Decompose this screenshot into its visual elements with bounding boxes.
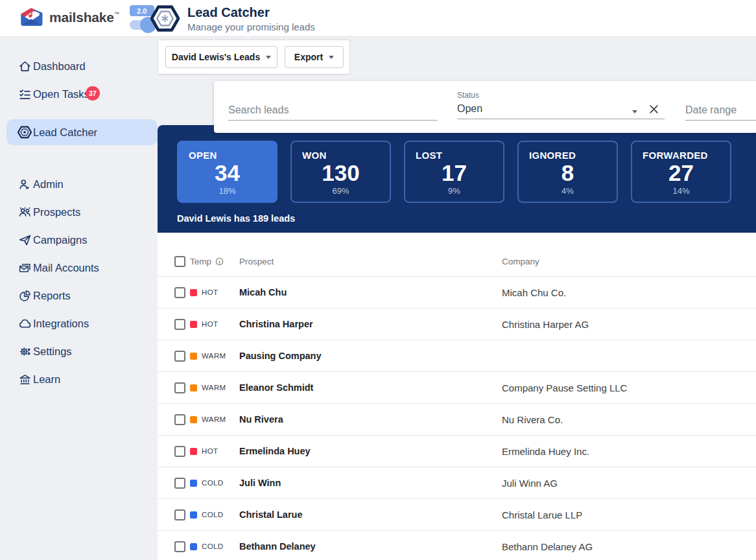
column-header-prospect: Prospect bbox=[239, 257, 502, 266]
prospect-name: Christina Harper bbox=[239, 319, 502, 329]
leads-summary: David Lewis has 189 leads bbox=[177, 213, 295, 224]
sidebar-item-settings[interactable]: Settings bbox=[0, 338, 158, 366]
sidebar-item-reports[interactable]: Reports bbox=[0, 282, 158, 310]
table-row[interactable]: WARM Pausing Company bbox=[158, 340, 756, 372]
brand: mailshake ™ 2.0 bbox=[18, 5, 154, 30]
row-checkbox[interactable] bbox=[174, 541, 185, 552]
sidebar-item-dashboard[interactable]: Dashboard bbox=[0, 52, 158, 80]
table-header: Temp Prospect Company bbox=[158, 233, 756, 277]
row-checkbox[interactable] bbox=[174, 446, 185, 457]
table-row[interactable]: COLD Juli Winn Juli Winn AG bbox=[158, 467, 756, 499]
filter-bar: Status Open bbox=[214, 81, 756, 133]
company-name: Nu Rivera Co. bbox=[502, 414, 756, 425]
sidebar-item-campaigns[interactable]: Campaigns bbox=[0, 226, 158, 254]
clear-status-button[interactable] bbox=[647, 102, 660, 115]
gear-icon bbox=[18, 345, 32, 359]
hexagon-icon bbox=[18, 125, 32, 139]
table-row[interactable]: WARM Nu Rivera Nu Rivera Co. bbox=[158, 404, 756, 436]
home-icon bbox=[18, 60, 32, 74]
cloud-icon bbox=[18, 317, 32, 331]
tasks-icon bbox=[18, 88, 32, 102]
temp-chip-icon bbox=[190, 448, 197, 455]
prospect-name: Eleanor Schmidt bbox=[239, 382, 502, 393]
page-subtitle: Manage your promising leads bbox=[187, 21, 315, 32]
company-name: Micah Chu Co. bbox=[502, 287, 756, 298]
brand-name: mailshake bbox=[49, 10, 114, 25]
sidebar-item-learn[interactable]: Learn bbox=[0, 366, 158, 393]
page-title: Lead Catcher bbox=[187, 4, 315, 20]
page-title-block: Lead Catcher Manage your promising leads bbox=[150, 4, 315, 33]
temp-chip-icon bbox=[190, 353, 197, 360]
stat-card-open[interactable]: OPEN 34 18% bbox=[177, 141, 278, 203]
company-name: Christina Harper AG bbox=[502, 319, 756, 330]
temp-chip-icon bbox=[190, 384, 197, 391]
company-name: Company Pause Setting LLC bbox=[502, 382, 756, 393]
close-icon bbox=[649, 104, 659, 114]
row-checkbox[interactable] bbox=[174, 509, 185, 520]
table-row[interactable]: COLD Christal Larue Christal Larue LLP bbox=[158, 499, 756, 531]
open-tasks-badge: 37 bbox=[86, 86, 100, 100]
lead-catcher-hexagon-icon bbox=[150, 4, 180, 33]
prospect-name: Pausing Company bbox=[239, 351, 502, 361]
temp-chip-icon bbox=[190, 480, 197, 487]
prospects-icon bbox=[18, 205, 32, 220]
main-content: David Lewis's Leads Export Status Open bbox=[158, 37, 756, 560]
pie-chart-icon bbox=[18, 289, 32, 303]
stat-card-forwarded[interactable]: FORWARDED 27 14% bbox=[631, 141, 731, 203]
sidebar-item-prospects[interactable]: Prospects bbox=[0, 198, 158, 226]
sidebar-item-lead-catcher[interactable]: Lead Catcher bbox=[6, 119, 158, 145]
sidebar-item-admin[interactable]: Admin bbox=[0, 170, 158, 198]
status-label: Status bbox=[457, 91, 665, 100]
table-row[interactable]: COLD Bethann Delaney Bethann Delaney AG bbox=[158, 531, 756, 560]
table-row[interactable]: HOT Christina Harper Christina Harper AG bbox=[158, 309, 756, 340]
temp-chip-icon bbox=[190, 289, 197, 296]
column-header-temp: Temp bbox=[190, 257, 211, 266]
prospect-name: Micah Chu bbox=[239, 287, 502, 298]
row-checkbox[interactable] bbox=[174, 351, 185, 362]
prospect-name: Juli Winn bbox=[239, 478, 502, 488]
leads-toolbar: David Lewis's Leads Export bbox=[158, 40, 350, 75]
row-checkbox[interactable] bbox=[174, 382, 185, 393]
table-row[interactable]: HOT Micah Chu Micah Chu Co. bbox=[158, 277, 756, 309]
row-checkbox[interactable] bbox=[174, 478, 185, 489]
row-checkbox[interactable] bbox=[174, 287, 185, 298]
stat-card-lost[interactable]: LOST 17 9% bbox=[404, 141, 504, 203]
dropdown-caret-icon bbox=[329, 56, 334, 59]
sidebar-item-mail-accounts[interactable]: Mail Accounts bbox=[0, 254, 158, 282]
company-name: Ermelinda Huey Inc. bbox=[502, 446, 756, 457]
send-icon bbox=[18, 233, 32, 248]
company-name: Juli Winn AG bbox=[502, 478, 756, 489]
status-select[interactable]: Status Open bbox=[457, 91, 665, 119]
stats-band: OPEN 34 18% WON 130 69% LOST 17 9% IGNOR… bbox=[158, 125, 756, 233]
table-row[interactable]: WARM Eleanor Schmidt Company Pause Setti… bbox=[158, 372, 756, 404]
dropdown-caret-icon bbox=[632, 110, 637, 113]
leads-owner-dropdown[interactable]: David Lewis's Leads bbox=[165, 46, 278, 68]
company-name: Bethann Delaney AG bbox=[502, 541, 756, 552]
info-icon[interactable] bbox=[215, 257, 224, 266]
prospect-name: Christal Larue bbox=[239, 509, 502, 520]
row-checkbox[interactable] bbox=[174, 319, 185, 330]
export-dropdown[interactable]: Export bbox=[285, 46, 344, 68]
company-name: Christal Larue LLP bbox=[502, 509, 756, 520]
temp-chip-icon bbox=[190, 321, 197, 328]
temp-chip-icon bbox=[190, 416, 197, 423]
column-header-company: Company bbox=[502, 257, 756, 266]
dropdown-caret-icon bbox=[266, 56, 271, 59]
sidebar-item-integrations[interactable]: Integrations bbox=[0, 310, 158, 338]
mailshake-logo-icon bbox=[18, 5, 44, 30]
temp-chip-icon bbox=[190, 543, 197, 550]
sidebar: Dashboard Open Tasks 37 Lead Catcher bbox=[0, 37, 158, 560]
row-checkbox[interactable] bbox=[174, 414, 185, 425]
sidebar-item-open-tasks[interactable]: Open Tasks 37 bbox=[0, 80, 158, 108]
topbar: mailshake ™ 2.0 Lead Catcher Manage your… bbox=[0, 0, 756, 37]
date-range-input[interactable] bbox=[685, 104, 756, 121]
temp-chip-icon bbox=[190, 511, 197, 519]
prospect-name: Ermelinda Huey bbox=[239, 446, 502, 456]
stat-card-ignored[interactable]: IGNORED 8 4% bbox=[517, 141, 618, 203]
table-row[interactable]: HOT Ermelinda Huey Ermelinda Huey Inc. bbox=[158, 436, 756, 467]
admin-icon bbox=[18, 178, 32, 192]
stat-card-won[interactable]: WON 130 69% bbox=[290, 141, 391, 203]
search-input[interactable] bbox=[228, 104, 438, 121]
prospect-name: Bethann Delaney bbox=[239, 541, 502, 552]
select-all-checkbox[interactable] bbox=[174, 256, 185, 267]
